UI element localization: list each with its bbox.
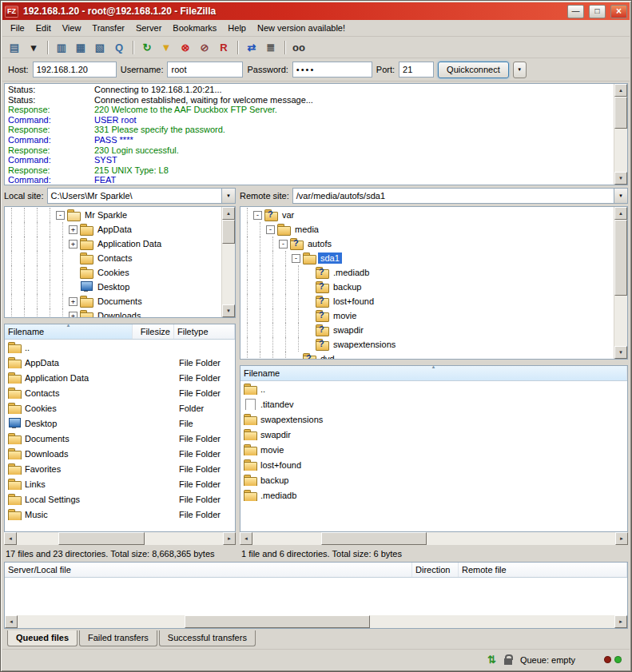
- speed-limits-icon[interactable]: ⇅: [487, 654, 496, 666]
- quickconnect-dropdown-icon[interactable]: ▼: [513, 62, 527, 78]
- site-manager-icon[interactable]: ▤: [6, 39, 23, 56]
- file-row-music[interactable]: MusicFile Folder: [5, 507, 235, 522]
- file-row-swapextensions[interactable]: swapextensions: [240, 412, 627, 427]
- queue-column-remote-file[interactable]: Remote file: [459, 563, 627, 577]
- scrollbar-thumb[interactable]: [185, 615, 370, 628]
- file-row-links[interactable]: LinksFile Folder: [5, 476, 235, 491]
- tree-item-lost-found[interactable]: ?lost+found: [240, 294, 614, 308]
- file-row-favorites[interactable]: FavoritesFile Folder: [5, 461, 235, 476]
- tree-item-mr-sparkle[interactable]: -Mr Sparkle: [5, 208, 221, 222]
- scroll-up-icon[interactable]: ▲: [614, 84, 627, 97]
- tree-item-application-data[interactable]: +Application Data: [5, 237, 221, 251]
- tree-item-var[interactable]: -?var: [240, 208, 614, 222]
- file-row-backup[interactable]: backup: [240, 472, 627, 487]
- remote-site-combobox[interactable]: /var/media/autofs/sda1 ▼: [292, 188, 628, 204]
- scrollbar-track[interactable]: [614, 97, 627, 172]
- collapse-icon[interactable]: -: [253, 211, 262, 220]
- quickconnect-button[interactable]: Quickconnect: [438, 62, 509, 78]
- expand-icon[interactable]: +: [69, 297, 78, 306]
- log-scrollbar[interactable]: ▲ ▼: [614, 84, 627, 185]
- tree-item-appdata[interactable]: +AppData: [5, 222, 221, 237]
- tree-item-downloads[interactable]: +Downloads: [5, 308, 221, 317]
- toggle-remote-tree-icon[interactable]: ▧: [91, 39, 109, 56]
- scrollbar-thumb[interactable]: [222, 220, 235, 244]
- message-log[interactable]: Status:Connecting to 192.168.1.20:21...S…: [4, 83, 628, 185]
- queue-column-direction[interactable]: Direction: [412, 563, 459, 577]
- scrollbar-track[interactable]: [222, 220, 235, 304]
- local-tree-scrollbar[interactable]: ▲ ▼: [221, 207, 235, 317]
- minimize-button[interactable]: —: [567, 5, 584, 18]
- cancel-icon[interactable]: ⊗: [177, 39, 194, 56]
- tree-item-mediadb[interactable]: ?.mediadb: [240, 265, 614, 280]
- lock-icon[interactable]: [504, 658, 512, 665]
- file-row-application-data[interactable]: Application DataFile Folder: [5, 370, 235, 385]
- scrollbar-thumb[interactable]: [614, 220, 627, 296]
- menu-item-view[interactable]: View: [57, 21, 87, 35]
- directory-comparison-icon[interactable]: ⇄: [243, 39, 260, 56]
- combo-dropdown-icon[interactable]: ▼: [221, 189, 235, 203]
- password-input[interactable]: [292, 62, 372, 78]
- tree-item-media[interactable]: -media: [240, 222, 614, 237]
- file-row-documents[interactable]: DocumentsFile Folder: [5, 431, 235, 446]
- menu-item-edit[interactable]: Edit: [30, 21, 57, 35]
- username-input[interactable]: [167, 62, 243, 78]
- file-row-swapdir[interactable]: swapdir: [240, 427, 627, 442]
- collapse-icon[interactable]: -: [56, 211, 65, 220]
- file-row-mediadb[interactable]: .mediadb: [240, 487, 627, 503]
- tree-item-backup[interactable]: ?backup: [240, 280, 614, 294]
- tree-item-documents[interactable]: +Documents: [5, 294, 221, 308]
- file-row-item[interactable]: ..: [5, 340, 235, 355]
- local-site-combobox[interactable]: C:\Users\Mr Sparkle\ ▼: [47, 188, 236, 204]
- file-row-local-settings[interactable]: Local SettingsFile Folder: [5, 491, 235, 507]
- expand-icon[interactable]: +: [69, 225, 78, 234]
- scrollbar-track[interactable]: [17, 532, 223, 545]
- tab-successful-transfers[interactable]: Successful transfers: [159, 630, 256, 646]
- expand-icon[interactable]: +: [69, 312, 78, 318]
- column-header-filetype[interactable]: Filetype: [174, 324, 235, 339]
- remote-tree-scrollbar[interactable]: ▲ ▼: [614, 207, 627, 359]
- file-row-appdata[interactable]: AppDataFile Folder: [5, 355, 235, 370]
- scrollbar-track[interactable]: [252, 532, 615, 545]
- disconnect-icon[interactable]: ⊘: [196, 39, 213, 56]
- menu-item-new-version-available[interactable]: New version available!: [252, 21, 351, 35]
- synchronized-browsing-icon[interactable]: ≣: [262, 39, 280, 56]
- scroll-left-icon[interactable]: ◄: [5, 615, 18, 628]
- file-row-movie[interactable]: movie: [240, 442, 627, 457]
- scrollbar-track[interactable]: [18, 615, 614, 628]
- column-header-filesize[interactable]: Filesize: [133, 324, 174, 339]
- tab-queued-files[interactable]: Queued files: [7, 630, 78, 646]
- collapse-icon[interactable]: -: [266, 225, 275, 234]
- local-tree-list-splitter[interactable]: [4, 318, 236, 324]
- file-row-cookies[interactable]: CookiesFolder: [5, 400, 235, 416]
- tree-item-desktop[interactable]: Desktop: [5, 280, 221, 294]
- menu-item-bookmarks[interactable]: Bookmarks: [167, 21, 222, 35]
- title-bar[interactable]: FZ 192.168.1.20 - root@192.168.1.20 - Fi…: [2, 2, 630, 20]
- collapse-icon[interactable]: -: [279, 240, 288, 249]
- queue-column-server-local-file[interactable]: Server/Local file: [5, 563, 412, 577]
- column-header-filename[interactable]: ▲ Filename: [5, 324, 133, 339]
- collapse-icon[interactable]: -: [292, 254, 300, 263]
- scroll-left-icon[interactable]: ◄: [4, 532, 17, 545]
- refresh-icon[interactable]: ↻: [138, 39, 156, 56]
- file-row-lost-found[interactable]: lost+found: [240, 457, 627, 472]
- maximize-button[interactable]: □: [589, 5, 606, 18]
- tab-failed-transfers[interactable]: Failed transfers: [79, 630, 157, 646]
- port-input[interactable]: [399, 62, 434, 78]
- scroll-left-icon[interactable]: ◄: [240, 532, 252, 545]
- scroll-up-icon[interactable]: ▲: [614, 207, 627, 220]
- toggle-local-tree-icon[interactable]: ▦: [72, 39, 89, 56]
- tree-item-movie[interactable]: ?movie: [240, 308, 614, 323]
- close-button[interactable]: ×: [610, 5, 627, 18]
- scroll-right-icon[interactable]: ►: [614, 615, 627, 628]
- scroll-down-icon[interactable]: ▼: [614, 346, 627, 359]
- tree-item-swapdir[interactable]: ?swapdir: [240, 323, 614, 337]
- site-manager-dropdown-icon[interactable]: ▾: [25, 39, 42, 56]
- toggle-message-log-icon[interactable]: ▥: [53, 39, 70, 56]
- scrollbar-thumb[interactable]: [58, 532, 145, 545]
- file-row-downloads[interactable]: DownloadsFile Folder: [5, 446, 235, 461]
- scrollbar-thumb[interactable]: [614, 97, 627, 129]
- tree-item-swapextensions[interactable]: ?swapextensions: [240, 337, 614, 352]
- find-files-icon[interactable]: oo: [290, 39, 308, 56]
- tree-item-cookies[interactable]: Cookies: [5, 265, 221, 280]
- combo-dropdown-icon[interactable]: ▼: [614, 189, 627, 203]
